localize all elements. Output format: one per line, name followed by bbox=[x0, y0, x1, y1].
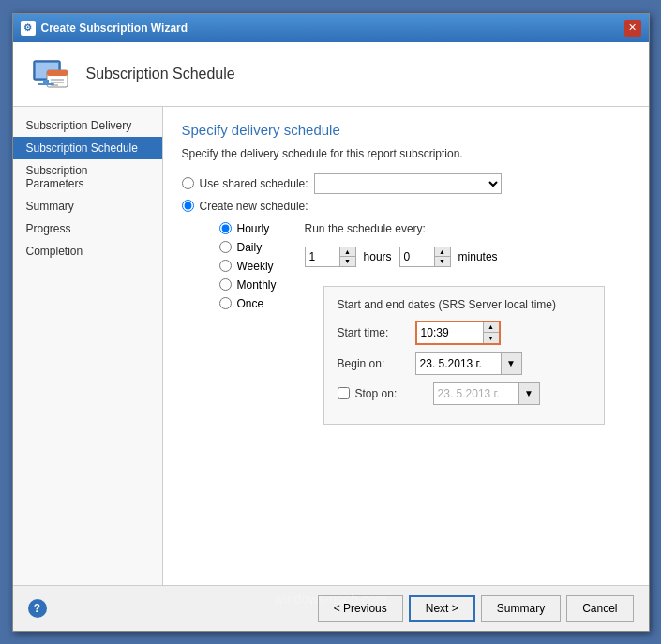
once-radio[interactable] bbox=[219, 297, 232, 309]
wizard-window: ⚙ Create Subscription Wizard ✕ Subscrip bbox=[12, 13, 650, 632]
summary-button[interactable]: Summary bbox=[481, 595, 561, 622]
monthly-label[interactable]: Monthly bbox=[237, 278, 277, 292]
start-time-up-button[interactable]: ▲ bbox=[484, 322, 499, 333]
titlebar-left: ⚙ Create Subscription Wizard bbox=[21, 21, 188, 36]
run-every-row: Run the schedule every: bbox=[305, 222, 605, 235]
start-time-input-wrap: ▲ ▼ bbox=[415, 321, 501, 345]
hourly-option: Hourly bbox=[219, 222, 277, 235]
once-label[interactable]: Once bbox=[237, 297, 264, 310]
next-button[interactable]: Next > bbox=[409, 595, 475, 622]
svg-rect-8 bbox=[38, 83, 54, 85]
use-shared-radio-group: Use shared schedule: bbox=[182, 173, 630, 194]
begin-on-input[interactable] bbox=[416, 353, 501, 374]
minutes-spinbox: ▲ ▼ bbox=[399, 247, 451, 267]
footer-buttons: < Previous Next > Summary Cancel bbox=[318, 595, 634, 622]
cancel-button[interactable]: Cancel bbox=[566, 595, 633, 622]
stop-on-picker: ▼ bbox=[433, 382, 540, 405]
close-button[interactable]: ✕ bbox=[624, 20, 641, 37]
header-title: Subscription Schedule bbox=[86, 66, 235, 82]
monthly-radio[interactable] bbox=[219, 278, 232, 291]
hours-spinbox: ▲ ▼ bbox=[305, 247, 356, 267]
start-time-spin-buttons: ▲ ▼ bbox=[483, 322, 499, 343]
begin-on-label: Begin on: bbox=[338, 357, 408, 370]
stop-on-input[interactable] bbox=[434, 383, 518, 404]
shared-schedule-dropdown[interactable] bbox=[314, 173, 502, 194]
hourly-radio[interactable] bbox=[219, 222, 232, 234]
monthly-option: Monthly bbox=[219, 278, 277, 292]
sidebar-item-subscription-delivery[interactable]: Subscription Delivery bbox=[13, 114, 162, 137]
header-icon bbox=[28, 52, 73, 97]
minutes-input[interactable] bbox=[400, 247, 434, 266]
start-time-input[interactable] bbox=[417, 322, 483, 343]
daily-option: Daily bbox=[219, 241, 277, 254]
daily-label[interactable]: Daily bbox=[237, 241, 263, 254]
sidebar-item-summary[interactable]: Summary bbox=[13, 195, 162, 217]
section-title: Specify delivery schedule bbox=[182, 122, 630, 138]
weekly-label[interactable]: Weekly bbox=[237, 260, 274, 273]
stop-on-row: Stop on: ▼ bbox=[338, 382, 591, 405]
schedule-details: Run the schedule every: ▲ ▼ hours bbox=[305, 222, 605, 425]
begin-on-picker: ▼ bbox=[415, 352, 522, 375]
begin-on-row: Begin on: ▼ bbox=[338, 352, 591, 375]
hours-input[interactable] bbox=[306, 247, 339, 266]
titlebar: ⚙ Create Subscription Wizard ✕ bbox=[13, 14, 649, 42]
help-button[interactable]: ? bbox=[28, 599, 47, 618]
daily-radio[interactable] bbox=[219, 241, 232, 253]
use-shared-radio[interactable] bbox=[182, 177, 194, 189]
weekly-radio[interactable] bbox=[219, 260, 232, 272]
svg-rect-7 bbox=[43, 80, 49, 83]
frequency-options: Hourly Daily Weekly Monthly bbox=[219, 222, 277, 425]
stop-on-calendar-button[interactable]: ▼ bbox=[518, 383, 539, 404]
stop-on-checkbox[interactable] bbox=[338, 387, 350, 399]
hours-label: hours bbox=[364, 250, 392, 263]
create-new-radio[interactable] bbox=[182, 200, 194, 212]
hourly-label[interactable]: Hourly bbox=[237, 222, 270, 235]
stop-on-label[interactable]: Stop on: bbox=[355, 387, 426, 400]
create-new-radio-group: Create new schedule: bbox=[182, 200, 630, 213]
hours-spin-buttons: ▲ ▼ bbox=[339, 247, 355, 266]
begin-on-calendar-button[interactable]: ▼ bbox=[501, 353, 521, 374]
app-icon: ⚙ bbox=[21, 21, 36, 36]
start-time-label: Start time: bbox=[338, 326, 408, 339]
stop-checkbox-row: Stop on: bbox=[338, 387, 426, 400]
run-every-inputs: ▲ ▼ hours ▲ ▼ minutes bbox=[305, 247, 605, 267]
sidebar-item-subscription-schedule[interactable]: Subscription Schedule bbox=[13, 137, 162, 159]
sidebar-item-progress[interactable]: Progress bbox=[13, 217, 162, 240]
minutes-up-button[interactable]: ▲ bbox=[435, 247, 450, 257]
main-content: Specify delivery schedule Specify the de… bbox=[163, 107, 649, 585]
sidebar: Subscription Delivery Subscription Sched… bbox=[13, 107, 163, 585]
hours-down-button[interactable]: ▼ bbox=[340, 257, 355, 266]
start-time-row: Start time: ▲ ▼ bbox=[338, 321, 591, 345]
run-every-label: Run the schedule every: bbox=[305, 222, 426, 235]
sidebar-item-subscription-parameters[interactable]: Subscription Parameters bbox=[13, 159, 162, 195]
create-new-label[interactable]: Create new schedule: bbox=[200, 200, 308, 213]
use-shared-label[interactable]: Use shared schedule: bbox=[200, 177, 308, 190]
minutes-down-button[interactable]: ▼ bbox=[435, 257, 450, 266]
previous-button[interactable]: < Previous bbox=[318, 595, 403, 622]
description: Specify the delivery schedule for this r… bbox=[182, 147, 630, 160]
minutes-label: minutes bbox=[458, 250, 498, 263]
sidebar-item-completion[interactable]: Completion bbox=[13, 240, 162, 262]
weekly-option: Weekly bbox=[219, 260, 277, 273]
minutes-spin-buttons: ▲ ▼ bbox=[434, 247, 450, 266]
svg-rect-3 bbox=[47, 70, 68, 76]
footer: ? < Previous Next > Summary Cancel bbox=[13, 585, 649, 631]
hours-up-button[interactable]: ▲ bbox=[340, 247, 355, 257]
start-time-down-button[interactable]: ▼ bbox=[484, 333, 499, 343]
dates-section: Start and end dates (SRS Server local ti… bbox=[323, 286, 605, 425]
content-area: Subscription Delivery Subscription Sched… bbox=[13, 107, 649, 585]
header-area: Subscription Schedule bbox=[13, 42, 649, 107]
dates-title: Start and end dates (SRS Server local ti… bbox=[338, 298, 591, 311]
new-schedule-area: Hourly Daily Weekly Monthly bbox=[201, 222, 630, 425]
window-title: Create Subscription Wizard bbox=[41, 22, 188, 35]
once-option: Once bbox=[219, 297, 277, 310]
